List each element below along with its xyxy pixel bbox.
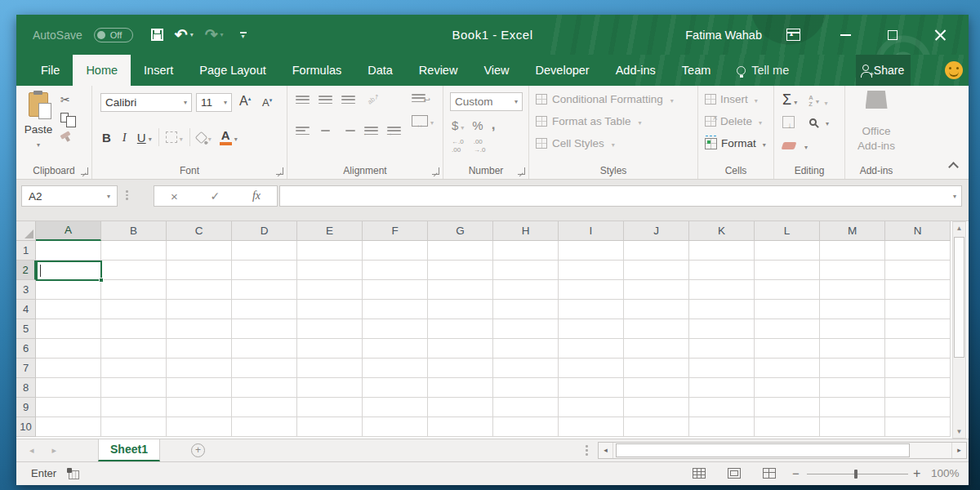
column-header[interactable]: B <box>101 221 167 241</box>
column-header[interactable]: H <box>493 221 559 241</box>
office-addins-button[interactable]: Office Add-ins <box>845 91 907 109</box>
tab-file[interactable]: File <box>28 55 73 86</box>
tab-scrollbar-splitter[interactable] <box>586 445 588 456</box>
row-header[interactable]: 10 <box>16 417 36 437</box>
number-dialog-launcher-icon[interactable] <box>518 167 525 175</box>
column-header[interactable]: A <box>36 221 101 241</box>
font-family-select[interactable]: Calibri ▾ <box>100 93 192 112</box>
tab-view[interactable]: View <box>470 55 522 86</box>
zoom-slider-thumb[interactable] <box>854 470 858 479</box>
underline-caret-icon[interactable] <box>146 130 152 145</box>
maximize-button[interactable] <box>874 15 911 55</box>
increase-indent-icon[interactable] <box>387 127 401 135</box>
formula-bar-input[interactable]: ▾ <box>279 185 962 207</box>
comma-format-icon[interactable]: , <box>492 117 496 133</box>
wrap-text-icon[interactable] <box>412 94 425 102</box>
delete-cells-button[interactable]: Delete <box>705 115 762 127</box>
zoom-slider[interactable] <box>807 474 908 474</box>
align-top-icon[interactable] <box>296 96 310 104</box>
horizontal-scrollbar[interactable]: ◂ ▸ <box>598 442 967 459</box>
column-header[interactable]: K <box>689 221 755 241</box>
tab-review[interactable]: Review <box>406 55 471 86</box>
fill-handle[interactable] <box>99 278 104 283</box>
quick-access-customize-button[interactable]: ▾ <box>240 32 247 38</box>
font-color-caret-icon[interactable] <box>232 130 238 145</box>
font-color-button[interactable]: A <box>220 130 232 145</box>
accounting-format-icon[interactable]: $ <box>452 118 464 132</box>
name-box[interactable]: A2 ▾ <box>21 185 118 207</box>
cut-icon[interactable]: ✂ <box>60 94 70 105</box>
clipboard-dialog-launcher-icon[interactable] <box>81 167 88 175</box>
row-header[interactable]: 3 <box>16 280 36 300</box>
merge-center-icon[interactable] <box>412 115 428 127</box>
format-as-table-button[interactable]: Format as Table <box>536 115 642 127</box>
align-bottom-icon[interactable] <box>341 96 355 104</box>
column-header[interactable]: F <box>363 221 428 241</box>
increase-decimal-icon[interactable]: ←.0 .00 <box>452 138 464 155</box>
row-header[interactable]: 5 <box>16 319 36 339</box>
zoom-out-button[interactable]: − <box>792 462 800 484</box>
account-user-name[interactable]: Fatima Wahab <box>685 29 762 42</box>
sheet-nav-left-icon[interactable]: ◂ <box>29 445 34 456</box>
row-header[interactable]: 6 <box>16 339 36 359</box>
enter-entry-button[interactable]: ✓ <box>210 189 220 203</box>
row-header[interactable]: 1 <box>16 241 36 261</box>
tab-team[interactable]: Team <box>669 55 724 86</box>
column-header[interactable]: J <box>624 221 689 241</box>
decrease-indent-icon[interactable] <box>364 127 378 135</box>
sheet-nav-right-icon[interactable]: ▸ <box>52 445 57 456</box>
tell-me-box[interactable]: Tell me <box>737 55 789 86</box>
row-header[interactable]: 9 <box>16 398 36 417</box>
tab-insert[interactable]: Insert <box>131 55 186 86</box>
column-header[interactable]: I <box>559 221 624 241</box>
align-left-icon[interactable] <box>296 127 310 135</box>
redo-button[interactable]: ↷ ▾ <box>205 27 224 42</box>
align-middle-icon[interactable] <box>318 96 332 104</box>
cancel-entry-button[interactable]: × <box>171 189 178 203</box>
shrink-font-button[interactable]: A▾ <box>262 96 272 109</box>
borders-caret-icon[interactable] <box>177 130 183 145</box>
tab-add-ins[interactable]: Add-ins <box>603 55 669 86</box>
scroll-left-icon[interactable]: ◂ <box>599 443 613 458</box>
page-break-preview-icon[interactable] <box>763 468 776 479</box>
vertical-scrollbar[interactable]: ▲ ▼ <box>952 221 966 439</box>
insert-function-button[interactable]: fx <box>252 189 261 203</box>
row-header[interactable]: 8 <box>16 378 36 398</box>
undo-button[interactable]: ↶ ▾ <box>175 27 194 42</box>
active-cell[interactable] <box>36 261 102 281</box>
decrease-decimal-icon[interactable]: .00 →.0 <box>474 138 486 155</box>
align-right-icon[interactable] <box>341 127 355 135</box>
paste-button[interactable]: Paste <box>23 92 54 150</box>
percent-format-icon[interactable]: % <box>472 118 483 132</box>
save-icon[interactable] <box>151 29 163 41</box>
new-sheet-button[interactable]: + <box>191 443 205 457</box>
font-dialog-launcher-icon[interactable] <box>276 167 283 175</box>
formula-bar-expand-icon[interactable]: ▾ <box>953 193 956 200</box>
underline-button[interactable]: U <box>137 131 146 145</box>
align-center-icon[interactable] <box>318 127 332 135</box>
vertical-scroll-thumb[interactable] <box>954 237 964 358</box>
scroll-up-icon[interactable]: ▲ <box>953 225 965 232</box>
macro-record-icon[interactable] <box>69 470 79 479</box>
tab-home[interactable]: Home <box>73 55 131 86</box>
normal-view-icon[interactable] <box>693 468 706 479</box>
name-box-splitter[interactable] <box>126 190 128 200</box>
scroll-right-icon[interactable]: ▸ <box>951 443 966 458</box>
close-button[interactable] <box>921 15 959 55</box>
worksheet-cells[interactable] <box>36 241 951 437</box>
bold-button[interactable]: B <box>102 131 111 145</box>
font-size-select[interactable]: 11 ▾ <box>196 93 232 112</box>
scroll-down-icon[interactable]: ▼ <box>953 428 965 435</box>
grow-font-button[interactable]: A▴ <box>239 94 251 109</box>
horizontal-scroll-thumb[interactable] <box>616 443 910 457</box>
row-header[interactable]: 4 <box>16 300 36 319</box>
autosave-toggle[interactable]: Off <box>94 28 133 42</box>
fill-button[interactable] <box>782 116 795 128</box>
page-layout-view-icon[interactable] <box>728 468 741 479</box>
insert-cells-button[interactable]: Insert <box>705 93 758 105</box>
column-header[interactable]: M <box>820 221 885 241</box>
share-button[interactable]: Share <box>856 55 911 86</box>
format-cells-button[interactable]: Format <box>705 137 766 149</box>
sheet-tab-sheet1[interactable]: Sheet1 <box>98 439 160 461</box>
find-select-button[interactable] <box>809 118 817 126</box>
